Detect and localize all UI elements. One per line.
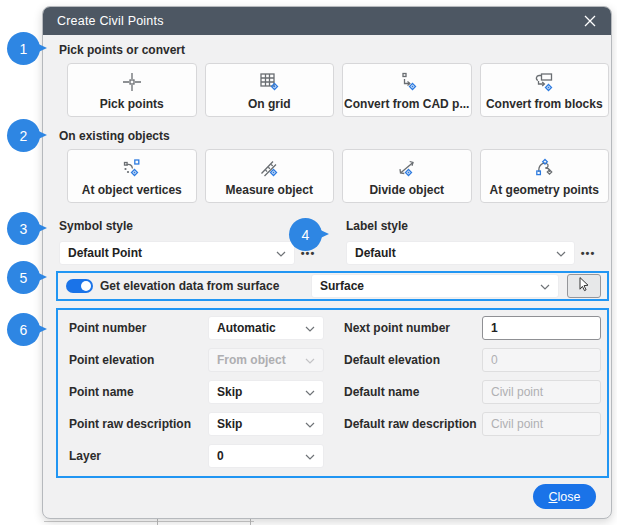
button-label: Pick points — [100, 97, 164, 111]
label-style-more-button[interactable]: ••• — [575, 247, 601, 259]
next-point-number-label: Next point number — [344, 321, 482, 335]
point-name-label: Point name — [69, 385, 208, 399]
convert-blocks-icon — [532, 70, 556, 94]
dialog-titlebar: Create Civil Points — [43, 7, 611, 35]
section-heading-pick-convert: Pick points or convert — [59, 43, 595, 57]
label-style-label: Label style — [346, 219, 575, 233]
button-label: Divide object — [369, 183, 444, 197]
point-number-label: Point number — [69, 321, 208, 335]
point-elevation-dropdown: From object — [208, 348, 324, 372]
symbol-style-dropdown[interactable]: Default Point — [59, 241, 295, 265]
point-settings-box: Point number Automatic Next point number… — [56, 308, 609, 478]
default-raw-description-input[interactable] — [482, 412, 601, 436]
default-elevation-input — [482, 348, 601, 372]
point-raw-description-value: Skip — [217, 417, 242, 431]
chevron-down-icon — [305, 353, 315, 367]
point-name-value: Skip — [217, 385, 242, 399]
point-raw-description-label: Point raw description — [69, 417, 208, 431]
pick-points-button[interactable]: Pick points — [67, 63, 197, 117]
create-civil-points-dialog: Create Civil Points Pick points or conve… — [42, 6, 612, 519]
measure-object-icon — [257, 156, 281, 180]
convert-cad-points-icon — [395, 70, 419, 94]
on-grid-button[interactable]: On grid — [205, 63, 335, 117]
callout-badge-5: 5 — [7, 261, 40, 294]
chevron-down-icon — [305, 385, 315, 399]
next-point-number-input[interactable] — [482, 316, 601, 340]
page-background: Create Civil Points Pick points or conve… — [0, 0, 617, 525]
default-elevation-label: Default elevation — [344, 353, 482, 367]
chevron-down-icon — [305, 417, 315, 431]
point-raw-description-dropdown[interactable]: Skip — [208, 412, 324, 436]
existing-objects-button-row: At object vertices Measure object — [67, 149, 609, 203]
point-number-value: Automatic — [217, 321, 276, 335]
surface-elevation-row: Get elevation data from surface Surface — [56, 271, 609, 301]
dialog-footer: Close — [43, 484, 596, 509]
point-elevation-label: Point elevation — [69, 353, 208, 367]
label-style-value: Default — [355, 246, 396, 260]
point-number-dropdown[interactable]: Automatic — [208, 316, 324, 340]
chevron-down-icon — [540, 279, 550, 293]
point-elevation-value: From object — [217, 353, 286, 367]
symbol-style-label: Symbol style — [59, 219, 295, 233]
callout-badge-6: 6 — [7, 313, 40, 346]
style-selection-row: Symbol style Label style Default Point •… — [59, 219, 601, 265]
callout-badge-3: 3 — [7, 212, 40, 245]
measure-object-button[interactable]: Measure object — [205, 149, 335, 203]
cursor-arrow-icon — [576, 276, 592, 296]
callout-badge-4: 4 — [289, 218, 322, 251]
default-raw-description-label: Default raw description — [344, 417, 482, 431]
divide-object-icon — [395, 156, 419, 180]
button-label: Convert from blocks — [486, 97, 603, 111]
point-name-dropdown[interactable]: Skip — [208, 380, 324, 404]
button-label: Convert from CAD p... — [344, 97, 469, 111]
close-button-label: Close — [549, 490, 581, 504]
background-grid-line — [250, 519, 251, 525]
callout-badge-2: 2 — [7, 119, 40, 152]
pick-convert-button-row: Pick points On grid — [67, 63, 609, 117]
crosshair-icon — [120, 70, 144, 94]
button-label: On grid — [248, 97, 291, 111]
surface-value: Surface — [320, 279, 364, 293]
at-geometry-points-button[interactable]: At geometry points — [480, 149, 610, 203]
pick-surface-button[interactable] — [567, 274, 601, 298]
symbol-style-value: Default Point — [68, 246, 142, 260]
convert-from-blocks-button[interactable]: Convert from blocks — [480, 63, 610, 117]
layer-label: Layer — [69, 449, 208, 463]
layer-dropdown[interactable]: 0 — [208, 444, 324, 468]
default-name-label: Default name — [344, 385, 482, 399]
elevation-toggle-label: Get elevation data from surface — [100, 279, 279, 293]
section-heading-existing-objects: On existing objects — [59, 129, 595, 143]
close-icon[interactable] — [581, 12, 599, 30]
button-label: Measure object — [226, 183, 313, 197]
divide-object-button[interactable]: Divide object — [342, 149, 472, 203]
grid-icon — [257, 70, 281, 94]
default-name-input[interactable] — [482, 380, 601, 404]
chevron-down-icon — [556, 246, 566, 260]
background-grid-line — [157, 519, 158, 525]
chevron-down-icon — [305, 449, 315, 463]
geometry-points-icon — [532, 156, 556, 180]
surface-dropdown[interactable]: Surface — [311, 274, 559, 298]
background-grid-line — [44, 521, 254, 522]
chevron-down-icon — [305, 321, 315, 335]
dialog-title: Create Civil Points — [57, 14, 164, 28]
callout-badge-1: 1 — [7, 32, 40, 65]
button-label: At object vertices — [82, 183, 182, 197]
object-vertices-icon — [120, 156, 144, 180]
close-button[interactable]: Close — [533, 484, 596, 509]
chevron-down-icon — [276, 246, 286, 260]
at-object-vertices-button[interactable]: At object vertices — [67, 149, 197, 203]
layer-value: 0 — [217, 449, 224, 463]
button-label: At geometry points — [490, 183, 599, 197]
convert-from-cad-points-button[interactable]: Convert from CAD p... — [342, 63, 472, 117]
label-style-dropdown[interactable]: Default — [346, 241, 575, 265]
elevation-toggle[interactable] — [66, 279, 93, 293]
